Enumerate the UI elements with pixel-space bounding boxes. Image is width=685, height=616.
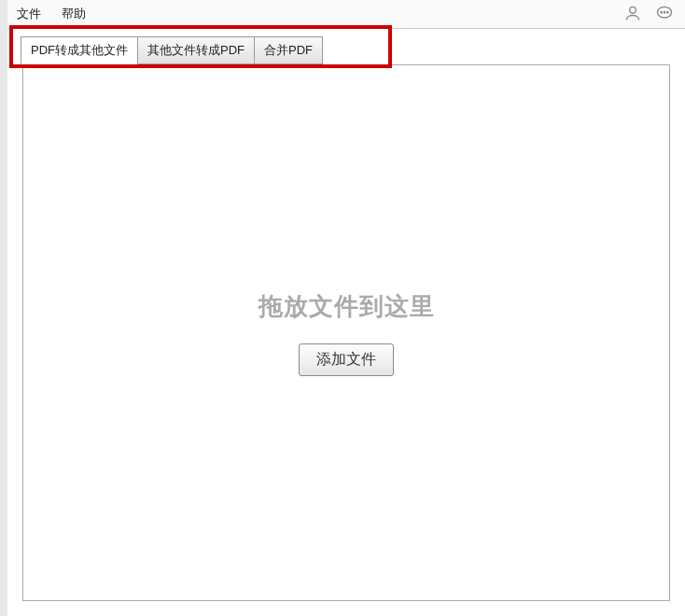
tab-pdf-to-other[interactable]: PDF转成其他文件 (21, 36, 138, 64)
content-area: 拖放文件到这里 添加文件 (22, 64, 670, 601)
chat-icon[interactable] (655, 4, 674, 22)
svg-point-4 (667, 12, 668, 13)
tab-row-wrapper: PDF转成其他文件 其他文件转成PDF 合并PDF (7, 29, 685, 64)
menu-help[interactable]: 帮助 (62, 6, 86, 22)
menubar: 文件 帮助 (7, 0, 685, 29)
drop-zone[interactable]: 拖放文件到这里 添加文件 (23, 65, 669, 600)
svg-point-3 (664, 12, 664, 13)
user-icon[interactable] (623, 4, 642, 22)
tab-other-to-pdf[interactable]: 其他文件转成PDF (137, 36, 255, 64)
titlebar-icons (623, 4, 674, 22)
add-file-button[interactable]: 添加文件 (299, 343, 394, 376)
svg-point-0 (630, 7, 636, 13)
tab-row: PDF转成其他文件 其他文件转成PDF 合并PDF (7, 29, 685, 64)
tab-merge-pdf[interactable]: 合并PDF (254, 36, 323, 64)
drop-hint-text: 拖放文件到这里 (259, 290, 435, 323)
app-window: 文件 帮助 PDF转成其他文件 其他文件转成PDF (0, 0, 685, 616)
menu-file[interactable]: 文件 (17, 6, 41, 22)
svg-point-2 (661, 12, 662, 13)
